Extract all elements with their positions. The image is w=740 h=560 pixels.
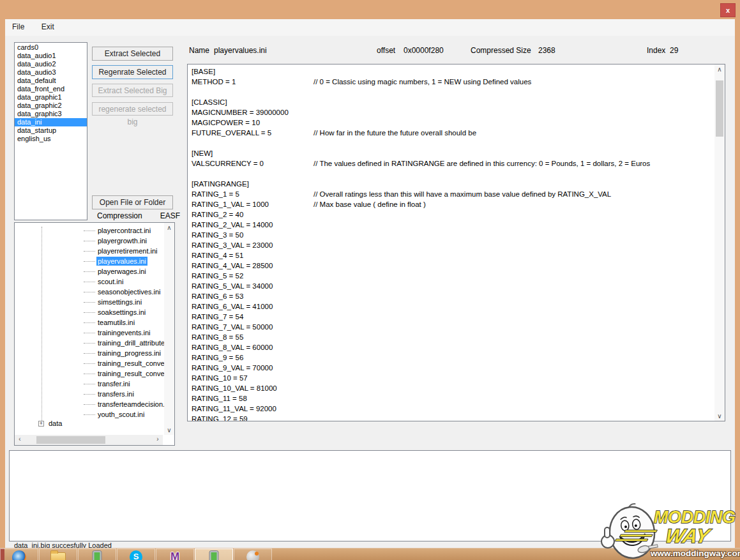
editor-line-comment: // The values defined in RATINGRANGE are… xyxy=(313,160,650,167)
tree-vertical-scrollbar[interactable]: ∧ ∨ xyxy=(164,223,174,435)
compression-label: Compression xyxy=(97,211,142,220)
regenrate-selected-button[interactable]: Regenrate Selected xyxy=(92,65,173,79)
tree-item-label[interactable]: playergrowth.ini xyxy=(96,236,148,245)
menu-exit[interactable]: Exit xyxy=(34,19,61,34)
moddingway-watermark: MODDING WAY www.moddingway.com xyxy=(599,502,740,560)
editor-vertical-scrollbar[interactable]: ∧ ∨ xyxy=(714,64,725,421)
compressed-size-value: 2368 xyxy=(538,46,555,55)
archive-list-item[interactable]: cards0 xyxy=(15,43,87,52)
archive-list-item[interactable]: data_ini xyxy=(15,118,87,126)
tree-item-label[interactable]: transfers.ini xyxy=(96,390,135,398)
tree-item[interactable]: youth_scout.ini xyxy=(15,409,165,420)
archive-list-item[interactable]: data_front_end xyxy=(15,85,87,93)
tree-item-label[interactable]: playerwages.ini xyxy=(96,267,147,276)
editor-line-code: RATING_8_VAL = 60000 xyxy=(192,342,313,352)
taskbar-item-file-explorer[interactable] xyxy=(39,549,77,560)
archive-list-item[interactable]: data_startup xyxy=(15,126,87,135)
scrollbar-thumb[interactable] xyxy=(36,436,105,444)
taskbar-item-paint[interactable] xyxy=(234,549,272,560)
tree-item-label[interactable]: transferteamdecision.ini xyxy=(96,400,165,409)
tree-branch-line xyxy=(84,404,95,405)
tree-item[interactable]: training_progress.ini xyxy=(15,348,165,358)
taskbar-item-firefox[interactable] xyxy=(0,549,38,560)
tree-item-label[interactable]: transfer.ini xyxy=(96,379,132,388)
tree-item[interactable]: trainingevents.ini xyxy=(15,328,165,338)
editor-line-code: [NEW] xyxy=(192,148,313,158)
extract-selected-button[interactable]: Extract Selected xyxy=(92,47,173,61)
archive-list-item[interactable]: data_graphic3 xyxy=(15,110,87,118)
tree-item[interactable]: transfer.ini xyxy=(15,379,165,389)
titlebar[interactable]: x xyxy=(0,0,740,19)
tree-item-label[interactable]: trainingevents.ini xyxy=(96,328,152,337)
archive-list-item[interactable]: data_audio1 xyxy=(15,52,87,60)
tree-item[interactable]: training_result_converte xyxy=(15,368,165,379)
tree-item[interactable]: training_result_converte xyxy=(15,358,165,368)
taskbar-item-phone[interactable] xyxy=(78,549,116,560)
tree-item[interactable]: playerretirement.ini xyxy=(15,246,165,256)
ini-content-editor[interactable]: [BASE] METHOD = 1// 0 = Classic using ma… xyxy=(187,64,725,421)
archive-list-item[interactable]: data_audio3 xyxy=(15,68,87,77)
editor-line: RATING_7 = 54 xyxy=(192,312,713,322)
scroll-left-icon[interactable]: ‹ xyxy=(16,435,24,443)
tree-item[interactable]: transfers.ini xyxy=(15,389,165,399)
tree-root-label[interactable]: data xyxy=(49,420,62,427)
taskbar-item-m-app[interactable]: M xyxy=(156,549,194,560)
tree-item[interactable]: seasonobjectives.ini xyxy=(15,287,165,297)
tree-item-label[interactable]: training_progress.ini xyxy=(96,349,162,358)
tree-item-label[interactable]: scout.ini xyxy=(96,277,125,286)
scroll-right-icon[interactable]: › xyxy=(154,435,162,443)
taskbar-item-skype[interactable]: S xyxy=(117,549,155,560)
tree-root-node[interactable]: + data xyxy=(15,419,165,429)
tree-expand-icon[interactable]: + xyxy=(38,421,44,427)
editor-line-comment: // Max base value ( define in float ) xyxy=(313,201,426,208)
tree-item[interactable]: transferteamdecision.ini xyxy=(15,399,165,409)
archive-list-item[interactable]: data_default xyxy=(15,77,87,85)
archive-list-item[interactable]: english_us xyxy=(15,135,87,143)
archive-listbox[interactable]: cards0 data_audio1 data_audio2 data_audi… xyxy=(14,42,87,220)
scroll-up-icon[interactable]: ∧ xyxy=(164,224,174,231)
tree-item[interactable]: playervalues.ini xyxy=(15,256,165,266)
tree-item-label[interactable]: playerretirement.ini xyxy=(96,246,159,255)
taskbar-item-phone-active[interactable] xyxy=(195,549,233,560)
tree-item-label[interactable]: teamutils.ini xyxy=(96,318,136,327)
editor-line-code: RATING_10_VAL = 81000 xyxy=(192,383,313,393)
menu-file[interactable]: File xyxy=(5,19,31,34)
compressed-size-label: Compressed Size xyxy=(471,46,531,55)
tree-item[interactable]: playerwages.ini xyxy=(15,266,165,276)
tree-item-label[interactable]: training_drill_attributes_li xyxy=(96,338,165,347)
tree-item-label[interactable]: soaksettings.ini xyxy=(96,308,147,317)
tree-item-label[interactable]: training_result_converte xyxy=(96,359,165,368)
extract-selected-big-button: Extract Selected Big xyxy=(92,84,173,97)
tree-item[interactable]: training_drill_attributes_li xyxy=(15,338,165,348)
editor-line: RATING_1_VAL = 1000// Max base value ( d… xyxy=(192,199,713,209)
tree-item-label[interactable]: playervalues.ini xyxy=(96,257,147,266)
scroll-down-icon[interactable]: ∨ xyxy=(714,412,725,420)
tree-item[interactable]: teamutils.ini xyxy=(15,317,165,328)
editor-line-code: RATING_4 = 51 xyxy=(192,250,313,261)
tree-item[interactable]: simsettings.ini xyxy=(15,297,165,307)
tree-item-label[interactable]: seasonobjectives.ini xyxy=(96,287,162,296)
tree-branch-line xyxy=(84,384,95,384)
archive-list-item[interactable]: data_audio2 xyxy=(15,60,87,68)
tree-item[interactable]: scout.ini xyxy=(15,276,165,287)
archive-list-item[interactable]: data_graphic1 xyxy=(15,93,87,102)
tree-item-label[interactable]: youth_scout.ini xyxy=(96,410,146,419)
tree-item-label[interactable]: playercontract.ini xyxy=(96,226,152,235)
scroll-up-icon[interactable]: ∧ xyxy=(714,66,725,73)
editor-line-code: [CLASSIC] xyxy=(192,97,313,107)
open-file-or-folder-button[interactable]: Open File or Folder xyxy=(92,195,173,209)
close-button[interactable]: x xyxy=(720,3,736,17)
tree-item-label[interactable]: simsettings.ini xyxy=(96,298,143,306)
archive-list-item[interactable]: data_graphic2 xyxy=(15,102,87,110)
ini-file-tree[interactable]: playercontract.ini playergrowth.ini play… xyxy=(14,222,175,446)
tree-horizontal-scrollbar[interactable]: ‹ › xyxy=(15,435,163,445)
editor-line: RATING_6_VAL = 41000 xyxy=(192,301,713,312)
editor-line-code: RATING_9_VAL = 70000 xyxy=(192,363,313,373)
tree-branch-line xyxy=(84,312,95,313)
tree-item[interactable]: soaksettings.ini xyxy=(15,307,165,317)
tree-item[interactable]: playercontract.ini xyxy=(15,225,165,236)
tree-item[interactable]: playergrowth.ini xyxy=(15,236,165,246)
scrollbar-thumb[interactable] xyxy=(716,80,723,137)
tree-item-label[interactable]: training_result_converte xyxy=(96,369,165,378)
scroll-down-icon[interactable]: ∨ xyxy=(164,427,174,434)
